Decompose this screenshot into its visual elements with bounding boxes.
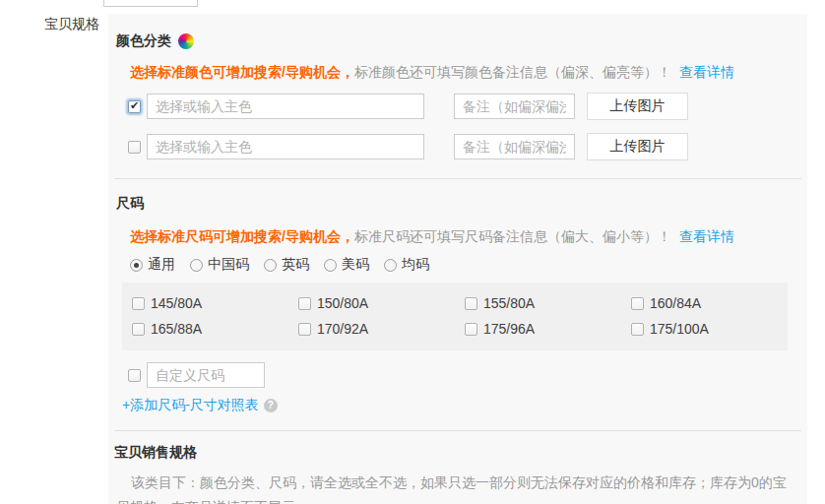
size-checkbox[interactable] xyxy=(465,297,477,310)
size-label: 170/92A xyxy=(317,321,368,337)
sales-section-title: 宝贝销售规格 xyxy=(114,444,807,462)
size-tip: 选择标准尺码可增加搜索/导购机会，标准尺码还可填写尺码备注信息（偏大、偏小等）！… xyxy=(130,228,807,244)
color-section-heading: 颜色分类 xyxy=(116,32,807,50)
size-checkbox[interactable] xyxy=(298,297,311,310)
size-option-6[interactable]: 175/96A xyxy=(465,321,621,337)
custom-size-checkbox[interactable] xyxy=(128,369,141,382)
color-section-title: 颜色分类 xyxy=(116,32,171,50)
size-label: 175/100A xyxy=(650,321,709,337)
radio-icon[interactable] xyxy=(264,259,277,272)
section-divider xyxy=(114,430,801,431)
size-grid-row-1: 145/80A 150/80A 155/80A 160/84A xyxy=(122,290,788,316)
size-label: 175/96A xyxy=(483,321,535,337)
color-row-2-note-input[interactable] xyxy=(454,134,575,159)
question-icon[interactable]: ? xyxy=(264,399,278,412)
radio-label: 美码 xyxy=(342,256,369,274)
radio-icon[interactable] xyxy=(190,259,203,272)
size-option-2[interactable]: 155/80A xyxy=(465,295,621,311)
color-tip-rest: 标准颜色还可填写颜色备注信息（偏深、偏亮等）！ xyxy=(354,64,671,80)
color-row-2: 上传图片 xyxy=(128,133,807,160)
size-section-title: 尺码 xyxy=(116,195,144,213)
add-size-row: +添加尺码-尺寸对照表 ? xyxy=(122,397,807,414)
size-label: 160/84A xyxy=(650,295,701,311)
size-label: 165/88A xyxy=(151,321,202,337)
size-option-1[interactable]: 150/80A xyxy=(298,295,455,311)
size-option-4[interactable]: 165/88A xyxy=(132,321,288,337)
size-option-0[interactable]: 145/80A xyxy=(132,295,288,311)
size-checkbox[interactable] xyxy=(465,323,477,336)
color-tip-highlight: 选择标准颜色可增加搜索/导购机会， xyxy=(130,64,354,80)
radio-icon[interactable] xyxy=(324,259,337,272)
color-row-2-main-input[interactable] xyxy=(147,134,424,159)
sales-section-note: 该类目下：颜色分类、尺码，请全选或全不选，如果只选一部分则无法保存对应的价格和库… xyxy=(116,471,797,504)
radio-standard-3[interactable]: 美码 xyxy=(324,256,369,274)
radio-label: 中国码 xyxy=(208,256,249,274)
size-tip-rest: 标准尺码还可填写尺码备注信息（偏大、偏小等）！ xyxy=(354,228,671,244)
color-row-2-checkbox[interactable] xyxy=(128,141,141,154)
color-row-1-note-input[interactable] xyxy=(454,94,575,119)
radio-label: 通用 xyxy=(148,256,175,274)
truncated-top-input[interactable] xyxy=(103,0,198,7)
size-section-heading: 尺码 xyxy=(116,195,807,213)
size-checkbox[interactable] xyxy=(132,297,145,310)
radio-standard-0[interactable]: 通用 xyxy=(130,256,175,274)
size-option-3[interactable]: 160/84A xyxy=(631,295,788,311)
radio-icon[interactable] xyxy=(384,259,397,272)
add-size-chart-link[interactable]: +添加尺码-尺寸对照表 xyxy=(122,397,259,414)
size-view-details-link[interactable]: 查看详情 xyxy=(679,228,734,244)
size-label: 150/80A xyxy=(317,295,368,311)
size-tip-highlight: 选择标准尺码可增加搜索/导购机会， xyxy=(130,228,354,244)
color-view-details-link[interactable]: 查看详情 xyxy=(679,64,734,80)
color-tip: 选择标准颜色可增加搜索/导购机会，标准颜色还可填写颜色备注信息（偏深、偏亮等）！… xyxy=(130,64,807,80)
radio-label: 英码 xyxy=(282,256,309,274)
size-grid: 145/80A 150/80A 155/80A 160/84A 165/88A … xyxy=(122,283,788,350)
size-label: 145/80A xyxy=(151,295,202,311)
radio-standard-1[interactable]: 中国码 xyxy=(190,256,249,274)
custom-size-row xyxy=(128,362,807,388)
spec-panel: 颜色分类 选择标准颜色可增加搜索/导购机会，标准颜色还可填写颜色备注信息（偏深、… xyxy=(108,14,807,504)
size-checkbox[interactable] xyxy=(298,323,311,336)
section-divider xyxy=(114,178,801,179)
radio-icon[interactable] xyxy=(130,259,143,272)
custom-size-input[interactable] xyxy=(147,362,265,388)
radio-standard-2[interactable]: 英码 xyxy=(264,256,309,274)
size-label: 155/80A xyxy=(483,295,535,311)
form-row-label: 宝贝规格 xyxy=(44,16,99,33)
size-option-7[interactable]: 175/100A xyxy=(631,321,788,337)
color-row-2-upload-button[interactable]: 上传图片 xyxy=(587,133,688,160)
color-wheel-icon xyxy=(178,33,194,49)
size-checkbox[interactable] xyxy=(132,323,145,336)
size-checkbox[interactable] xyxy=(631,297,644,310)
radio-standard-4[interactable]: 均码 xyxy=(384,256,429,274)
color-row-1-main-input[interactable] xyxy=(147,94,424,119)
color-row-1: 上传图片 xyxy=(128,93,807,120)
size-checkbox[interactable] xyxy=(631,323,644,336)
size-standard-radios: 通用 中国码 英码 美码 均码 xyxy=(130,256,807,274)
size-option-5[interactable]: 170/92A xyxy=(298,321,455,337)
color-row-1-checkbox[interactable] xyxy=(128,100,141,113)
color-row-1-upload-button[interactable]: 上传图片 xyxy=(587,93,688,120)
radio-label: 均码 xyxy=(402,256,429,274)
size-grid-row-2: 165/88A 170/92A 175/96A 175/100A xyxy=(122,316,788,342)
